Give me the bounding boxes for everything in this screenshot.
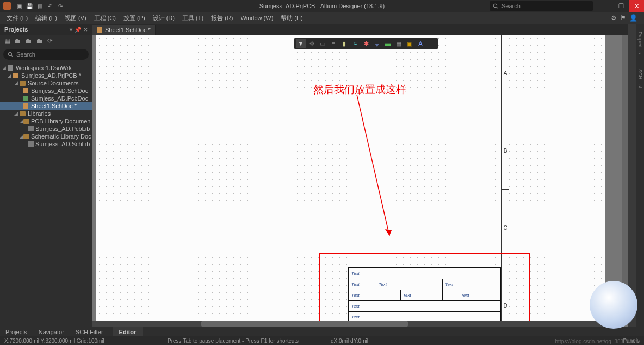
tree-workspace[interactable]: ◢Workspace1.DsnWrk: [0, 64, 92, 72]
tree-sch-lib-folder[interactable]: ◢Schematic Library Doc: [0, 133, 92, 140]
bottom-tabs: Projects Navigator SCH Filter Editor: [0, 327, 644, 336]
ruler-b: B: [502, 112, 509, 190]
status-bar: X:7200.000mil Y:3200.000mil Grid:100mil …: [0, 336, 644, 345]
minimize-button[interactable]: —: [598, 0, 614, 12]
qa-open-icon[interactable]: ▣: [15, 2, 23, 10]
status-hint: Press Tab to pause placement - Press F1 …: [168, 338, 331, 344]
tool-port-icon[interactable]: ▬: [383, 39, 393, 48]
schematic-sheet[interactable]: A B C D 2 3 4 Text TextTextText TextText…: [96, 35, 605, 327]
tool-select-icon[interactable]: ▭: [318, 39, 327, 48]
menu-help[interactable]: 帮助 (H): [277, 13, 306, 23]
scroll-thumb[interactable]: [622, 35, 628, 321]
pin-icon[interactable]: ▾: [70, 27, 72, 33]
search-icon: [493, 3, 499, 9]
vertical-scrollbar[interactable]: [622, 35, 628, 321]
settings-icon[interactable]: ⚙: [611, 14, 617, 22]
tool-power-icon[interactable]: ✱: [361, 39, 371, 48]
qa-undo-icon[interactable]: ↶: [46, 2, 54, 10]
schlist-tab[interactable]: SCH List: [637, 67, 643, 91]
watermark: https://blog.csdn.net/qq_38351824: [555, 338, 639, 344]
tree-pcb-lib-folder[interactable]: ◢PCB Library Documen: [0, 117, 92, 125]
menu-file[interactable]: 文件 (F): [3, 13, 31, 23]
close-button[interactable]: ✕: [629, 0, 644, 12]
bottom-tab-schfilter[interactable]: SCH Filter: [70, 327, 109, 336]
window-title: Sumjess_AD.PrjPCB - Altium Designer (18.…: [259, 3, 385, 9]
quick-access-toolbar: ▣ 💾 ▤ ↶ ↷: [15, 2, 64, 10]
tool-text-icon[interactable]: A: [416, 39, 425, 48]
svg-line-1: [497, 7, 498, 8]
svg-point-0: [493, 4, 497, 7]
projects-search[interactable]: Search: [3, 49, 89, 60]
maximize-button[interactable]: ❐: [614, 0, 629, 12]
properties-tab[interactable]: Properties: [637, 29, 643, 56]
tree-project[interactable]: ◢Sumjess_AD.PrjPCB *: [0, 72, 92, 79]
tool-align-icon[interactable]: ≡: [329, 39, 338, 48]
qa-redo-icon[interactable]: ↷: [57, 2, 64, 10]
tree-sch-lib[interactable]: Sumjess_AD.SchLib: [0, 140, 92, 148]
tool-filter-icon[interactable]: ▼: [296, 39, 306, 48]
tree-schdoc[interactable]: Sumjess_AD.SchDoc: [0, 87, 92, 95]
editor-tab[interactable]: Editor: [113, 327, 143, 336]
menu-project[interactable]: 工程 (C): [91, 13, 119, 23]
document-tabs: Sheet1.SchDoc *: [92, 24, 628, 35]
tree-pcb-lib[interactable]: Sumjess_AD.PcbLib: [0, 125, 92, 133]
project-tree[interactable]: ◢Workspace1.DsnWrk ◢Sumjess_AD.PrjPCB * …: [0, 62, 92, 327]
bottom-tab-projects[interactable]: Projects: [0, 327, 33, 336]
tree-pcbdoc[interactable]: Sumjess_AD.PcbDoc: [0, 95, 92, 102]
tab-sheet1[interactable]: Sheet1.SchDoc *: [92, 25, 156, 35]
svg-line-3: [11, 55, 13, 57]
projects-search-placeholder: Search: [16, 51, 35, 58]
menu-edit[interactable]: 编辑 (E): [32, 13, 60, 23]
tb-icon-4[interactable]: 🖿: [36, 37, 43, 45]
menu-bar: 文件 (F) 编辑 (E) 视图 (V) 工程 (C) 放置 (P) 设计 (D…: [0, 12, 644, 24]
bottom-tab-navigator[interactable]: Navigator: [33, 327, 70, 336]
menu-view[interactable]: 视图 (V): [61, 13, 90, 23]
avatar-orb: [590, 281, 637, 329]
svg-point-2: [8, 52, 11, 55]
annotation-arrow: [346, 95, 400, 247]
menu-design[interactable]: 设计 (D): [150, 13, 178, 23]
tool-color-icon[interactable]: ▮: [339, 39, 349, 48]
search-icon: [8, 52, 14, 58]
app-icon: [3, 2, 11, 10]
tb-icon-3[interactable]: 🖿: [26, 37, 32, 45]
tool-part-icon[interactable]: ▣: [405, 39, 414, 48]
menu-window[interactable]: Window (W): [237, 14, 276, 22]
tb-icon-2[interactable]: 🖿: [15, 37, 21, 45]
tool-net-icon[interactable]: ≈: [350, 39, 360, 48]
horizontal-scrollbar[interactable]: [92, 321, 620, 327]
tool-sheet-icon[interactable]: ▤: [394, 39, 404, 48]
user-icon[interactable]: 👤: [629, 14, 637, 22]
outer-vscroll[interactable]: [628, 24, 636, 327]
x-panel-icon[interactable]: ✕: [83, 27, 88, 33]
scroll-thumb[interactable]: [201, 321, 408, 327]
refresh-icon[interactable]: ⟳: [47, 37, 53, 45]
projects-toolbar: ▦ 🖿 🖿 🖿 ⟳: [0, 35, 92, 47]
projects-panel: Projects ▾📌✕ ▦ 🖿 🖿 🖿 ⟳ Search ◢Workspace…: [0, 24, 92, 327]
schematic-canvas[interactable]: A B C D 2 3 4 Text TextTextText TextText…: [92, 35, 628, 327]
tool-move-icon[interactable]: ✥: [307, 39, 317, 48]
tab-label: Sheet1.SchDoc *: [105, 27, 151, 33]
menu-tools[interactable]: 工具 (T): [179, 13, 207, 23]
search-placeholder: Search: [501, 3, 521, 9]
projects-panel-header: Projects ▾📌✕: [0, 24, 92, 35]
close-panel-icon[interactable]: 📌: [75, 27, 81, 33]
tool-more-icon[interactable]: ⋯: [426, 39, 436, 48]
menu-reports[interactable]: 报告 (R): [208, 13, 236, 23]
notify-icon[interactable]: ⚑: [620, 14, 626, 22]
qa-icon-3[interactable]: ▤: [36, 2, 44, 10]
active-bar[interactable]: ▼ ✥ ▭ ≡ ▮ ≈ ✱ ⏚ ▬ ▤ ▣ A ⋯: [294, 38, 438, 49]
qa-save-icon[interactable]: 💾: [26, 2, 33, 10]
tb-icon-1[interactable]: ▦: [4, 37, 10, 45]
tab-doc-icon: [97, 27, 102, 33]
global-search[interactable]: Search: [490, 1, 593, 11]
tool-ground-icon[interactable]: ⏚: [372, 39, 382, 48]
tree-source-documents[interactable]: ◢Source Documents: [0, 79, 92, 87]
title-bar: ▣ 💾 ▤ ↶ ↷ Sumjess_AD.PrjPCB - Altium Des…: [0, 0, 644, 12]
annotation-box: [319, 253, 530, 327]
tree-sheet1-selected[interactable]: Sheet1.SchDoc *: [0, 102, 92, 110]
ruler-a: A: [502, 35, 509, 112]
svg-marker-5: [385, 229, 392, 236]
menu-place[interactable]: 放置 (P): [120, 13, 148, 23]
tree-libraries[interactable]: ◢Libraries: [0, 110, 92, 117]
